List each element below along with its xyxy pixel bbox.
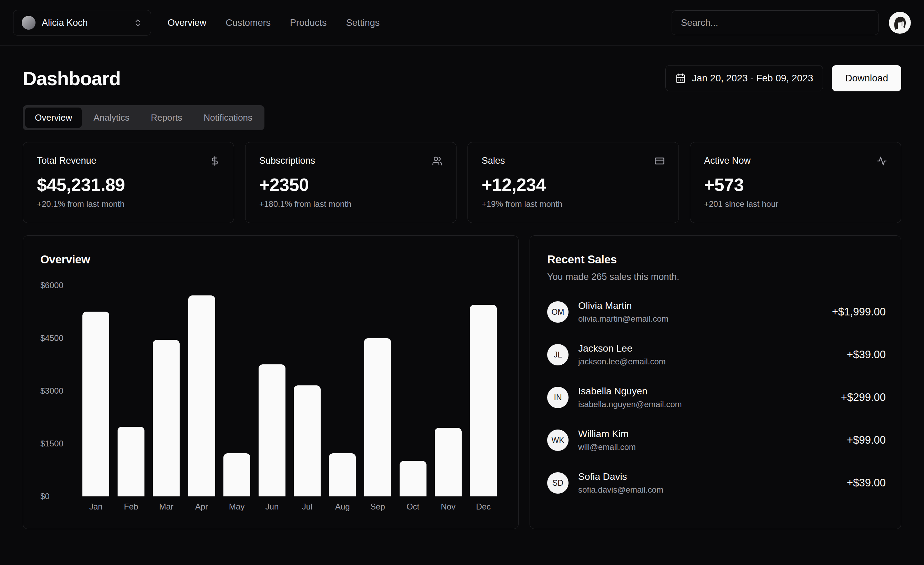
users-icon <box>432 156 442 166</box>
bar-slot <box>290 385 325 496</box>
search-input[interactable] <box>672 10 879 35</box>
sale-amount: +$39.00 <box>847 349 886 361</box>
dollar-sign-icon <box>210 156 220 166</box>
recent-sales-title: Recent Sales <box>547 253 886 266</box>
sale-info: Olivia Martinolivia.martin@email.com <box>578 300 669 324</box>
nav-link-settings[interactable]: Settings <box>346 18 380 28</box>
date-range-label: Jan 20, 2023 - Feb 09, 2023 <box>692 73 813 84</box>
sale-row: SDSofia Davissofia.davis@email.com+$39.0… <box>547 471 886 495</box>
sale-email: sofia.davis@email.com <box>578 485 663 495</box>
bar-chart-x-axis: JanFebMarAprMayJunJulAugSepOctNovDec <box>78 502 501 511</box>
stat-title: Total Revenue <box>37 156 96 166</box>
team-avatar <box>22 16 36 30</box>
sale-email: jackson.lee@email.com <box>578 357 666 366</box>
header-right <box>672 10 911 35</box>
stat-value: +12,234 <box>482 174 665 195</box>
y-tick-label: $6000 <box>40 280 63 290</box>
tab-analytics[interactable]: Analytics <box>84 108 139 128</box>
tab-overview[interactable]: Overview <box>25 108 82 128</box>
stat-card-sales: Sales +12,234 +19% from last month <box>468 142 679 223</box>
calendar-icon <box>675 73 686 84</box>
stat-change: +19% from last month <box>482 199 665 209</box>
bar-jul[interactable] <box>294 385 321 496</box>
bar-chart-plot <box>78 285 501 496</box>
tab-notifications[interactable]: Notifications <box>194 108 262 128</box>
sale-name: Isabella Nguyen <box>578 386 682 397</box>
sale-row: INIsabella Nguyenisabella.nguyen@email.c… <box>547 386 886 409</box>
y-tick-label: $4500 <box>40 333 63 343</box>
nav-link-products[interactable]: Products <box>290 18 327 28</box>
bar-slot <box>78 312 113 496</box>
sale-name: Olivia Martin <box>578 300 669 311</box>
bar-slot <box>430 428 466 496</box>
bar-sep[interactable] <box>364 338 391 496</box>
team-switcher[interactable]: Alicia Koch <box>13 10 151 36</box>
sale-email: olivia.martin@email.com <box>578 314 669 324</box>
avatar: OM <box>547 301 568 323</box>
download-button[interactable]: Download <box>832 65 901 91</box>
stat-value: +2350 <box>259 174 442 195</box>
sale-row: JLJackson Leejackson.lee@email.com+$39.0… <box>547 343 886 366</box>
bar-slot <box>148 340 184 496</box>
bar-slot <box>113 427 148 496</box>
bar-apr[interactable] <box>188 295 215 496</box>
sale-info: Isabella Nguyenisabella.nguyen@email.com <box>578 386 682 409</box>
recent-sales-card: Recent Sales You made 265 sales this mon… <box>530 235 901 529</box>
sale-amount: +$299.00 <box>841 391 886 404</box>
x-tick-label: Feb <box>113 502 148 511</box>
page-head: Dashboard Jan 20, 2023 - Feb 09, 2023 Do… <box>23 65 901 91</box>
bar-slot <box>360 338 395 496</box>
sale-amount: +$99.00 <box>847 434 886 447</box>
bar-slot <box>466 305 501 496</box>
sale-info: Sofia Davissofia.davis@email.com <box>578 471 663 495</box>
sale-amount: +$1,999.00 <box>832 306 886 318</box>
sale-name: William Kim <box>578 429 636 439</box>
stat-value: +573 <box>704 174 887 195</box>
team-name: Alicia Koch <box>42 18 127 28</box>
avatar: IN <box>547 387 568 408</box>
sale-row: WKWilliam Kimwill@email.com+$99.00 <box>547 429 886 452</box>
bar-may[interactable] <box>224 453 250 496</box>
stat-value: $45,231.89 <box>37 174 220 195</box>
head-actions: Jan 20, 2023 - Feb 09, 2023 Download <box>665 65 901 91</box>
nav-link-customers[interactable]: Customers <box>226 18 271 28</box>
bar-chart-y-axis: $6000$4500$3000$1500$0 <box>40 285 78 496</box>
stat-card-subscriptions: Subscriptions +2350 +180.1% from last mo… <box>245 142 456 223</box>
x-tick-label: Nov <box>430 502 466 511</box>
x-tick-label: May <box>219 502 255 511</box>
sale-email: will@email.com <box>578 442 636 452</box>
x-tick-label: Aug <box>325 502 360 511</box>
x-tick-label: Sep <box>360 502 395 511</box>
x-tick-label: Jun <box>255 502 290 511</box>
stat-title: Subscriptions <box>259 156 315 166</box>
stat-card-active-now: Active Now +573 +201 since last hour <box>690 142 901 223</box>
user-avatar[interactable] <box>889 12 911 34</box>
bar-aug[interactable] <box>329 453 356 496</box>
y-tick-label: $0 <box>40 492 50 501</box>
stat-title: Sales <box>482 156 505 166</box>
stat-change: +20.1% from last month <box>37 199 220 209</box>
sale-email: isabella.nguyen@email.com <box>578 400 682 409</box>
avatar: SD <box>547 472 568 494</box>
page-title: Dashboard <box>23 67 121 90</box>
y-tick-label: $1500 <box>40 439 63 448</box>
main-nav: Overview Customers Products Settings <box>168 18 380 28</box>
bar-nov[interactable] <box>435 428 462 496</box>
bar-jan[interactable] <box>82 312 109 496</box>
nav-link-overview[interactable]: Overview <box>168 18 207 28</box>
avatar: JL <box>547 344 568 366</box>
x-tick-label: Jul <box>290 502 325 511</box>
overview-chart-card: Overview $6000$4500$3000$1500$0 JanFebMa… <box>23 235 519 529</box>
bar-jun[interactable] <box>259 364 285 496</box>
bar-mar[interactable] <box>153 340 180 496</box>
tab-reports[interactable]: Reports <box>141 108 192 128</box>
sale-name: Jackson Lee <box>578 343 666 354</box>
bar-dec[interactable] <box>470 305 497 496</box>
tabs-list: Overview Analytics Reports Notifications <box>23 105 264 130</box>
recent-sales-list: OMOlivia Martinolivia.martin@email.com+$… <box>547 300 886 495</box>
dashboard-page: Dashboard Jan 20, 2023 - Feb 09, 2023 Do… <box>0 46 924 529</box>
date-range-picker[interactable]: Jan 20, 2023 - Feb 09, 2023 <box>665 65 824 91</box>
sale-info: William Kimwill@email.com <box>578 429 636 452</box>
bar-feb[interactable] <box>118 427 144 496</box>
bar-oct[interactable] <box>400 461 426 496</box>
